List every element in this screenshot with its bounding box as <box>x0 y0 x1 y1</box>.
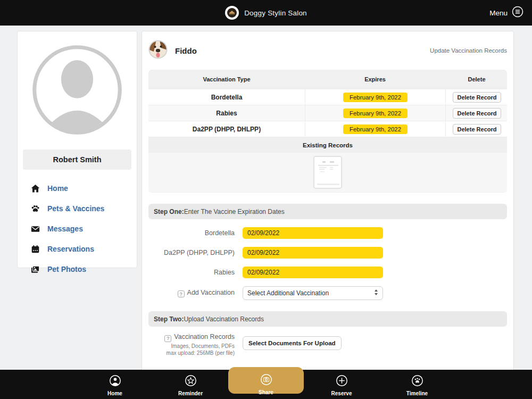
da2pp-label: Da2PP (DHPP, DHLPP) <box>148 249 235 256</box>
salon-logo-icon <box>225 6 239 20</box>
page-background: Robert Smith Home Pets & <box>0 26 532 399</box>
table-header-row: Vaccination Type Expires Delete <box>148 70 507 89</box>
topbar: Doggy Stylin Salon Menu <box>0 0 532 26</box>
delete-record-button[interactable]: Delete Record <box>453 108 502 119</box>
home-icon <box>30 184 40 193</box>
menu-button[interactable]: Menu <box>489 0 523 26</box>
pet-avatar <box>148 40 168 61</box>
add-vaccination-label: ?Add Vaccination <box>148 289 235 298</box>
user-name: Robert Smith <box>23 149 131 170</box>
bottomnav-item-reserve[interactable]: Reserve <box>304 370 379 399</box>
reserve-plus-icon <box>336 375 348 389</box>
expires-badge: February 9th, 2022 <box>343 109 408 118</box>
table-row: Da2PP (DHPP, DHLPP) February 9th, 2022 D… <box>148 121 507 137</box>
sidebar-item-label: Pet Photos <box>47 265 86 273</box>
rabies-field-row: Rabies <box>148 267 507 278</box>
user-avatar-placeholder <box>31 44 123 138</box>
add-vaccination-row: ?Add Vaccination Select Additional Vacci… <box>148 286 507 300</box>
da2pp-field-row: Da2PP (DHPP, DHLPP) <box>148 247 507 259</box>
step-two-label: Step Two: <box>154 315 184 323</box>
pet-header: Fiddo Update Vaccination Records <box>148 38 507 63</box>
vaccination-type-cell: Bordetella <box>148 89 305 105</box>
upload-hint-filetypes: Images, Documents, PDFs <box>148 343 235 349</box>
table-row: Bordetella February 9th, 2022 Delete Rec… <box>148 89 507 105</box>
pet-name: Fiddo <box>175 46 197 55</box>
timeline-paw-icon <box>411 375 423 389</box>
paw-icon <box>30 204 40 213</box>
bottomnav-label: Share <box>259 389 273 395</box>
bordetella-field-row: Bordetella <box>148 227 507 239</box>
help-icon[interactable]: ? <box>178 290 185 297</box>
step-two-heading: Step Two: Upload Vaccination Records <box>148 311 507 327</box>
bottomnav-item-reminder[interactable]: Reminder <box>153 370 228 399</box>
sidebar: Robert Smith Home Pets & <box>17 31 137 268</box>
column-header-expires: Expires <box>305 70 445 89</box>
step-two-text: Upload Vaccination Records <box>184 315 264 323</box>
topbar-brand: Doggy Stylin Salon <box>0 0 532 26</box>
hamburger-icon <box>512 6 523 20</box>
photos-icon <box>30 264 40 274</box>
main-panel: Fiddo Update Vaccination Records Vaccina… <box>142 31 514 398</box>
vaccination-table: Vaccination Type Expires Delete Bordetel… <box>148 70 507 193</box>
vaccination-records-label: Vaccination Records <box>174 333 235 340</box>
select-documents-button[interactable]: Select Documents For Upload <box>243 336 342 350</box>
delete-record-button[interactable]: Delete Record <box>453 92 502 103</box>
update-vaccination-records-link[interactable]: Update Vaccination Records <box>430 47 507 54</box>
step-one-heading: Step One: Enter The Vaccine Expiration D… <box>148 204 507 219</box>
menu-label: Menu <box>489 9 508 17</box>
upload-labels: ?Vaccination Records Images, Documents, … <box>148 333 235 356</box>
column-header-vaccination-type: Vaccination Type <box>148 70 305 89</box>
app-title: Doggy Stylin Salon <box>244 9 307 17</box>
rabies-date-input[interactable] <box>243 267 383 278</box>
calendar-icon <box>30 244 40 254</box>
vaccination-type-cell: Rabies <box>148 105 305 121</box>
existing-records-title: Existing Records <box>148 137 507 153</box>
sidebar-item-label: Pets & Vaccines <box>47 204 104 213</box>
select-stepper-icon <box>374 289 378 297</box>
existing-record-thumbnail[interactable] <box>313 156 342 189</box>
bottomnav-label: Timeline <box>406 390 428 396</box>
help-icon[interactable]: ? <box>164 335 171 342</box>
da2pp-date-input[interactable] <box>243 247 383 259</box>
sidebar-item-home[interactable]: Home <box>23 179 131 197</box>
profile-icon <box>109 375 121 389</box>
upload-hint-maxsize: max upload: 256MB (per file) <box>148 350 235 356</box>
table-row: Rabies February 9th, 2022 Delete Record <box>148 105 507 121</box>
sidebar-item-pet-photos[interactable]: Pet Photos <box>23 260 131 278</box>
reminder-star-icon <box>185 375 197 389</box>
bordetella-date-input[interactable] <box>243 227 383 239</box>
sidebar-item-label: Home <box>47 184 68 193</box>
step-one-label: Step One: <box>154 208 184 215</box>
select-value: Select Additional Vaccination <box>247 289 329 297</box>
add-vaccination-text: Add Vaccination <box>187 289 235 296</box>
delete-record-button[interactable]: Delete Record <box>453 124 502 135</box>
bottomnav-label: Reminder <box>178 390 203 396</box>
bottom-nav: Home Reminder Share <box>0 370 532 399</box>
bottomnav-item-timeline[interactable]: Timeline <box>379 370 455 399</box>
bottomnav-label: Reserve <box>331 390 352 396</box>
bottomnav-label: Home <box>107 390 122 396</box>
upload-row: ?Vaccination Records Images, Documents, … <box>148 333 507 356</box>
expires-badge: February 9th, 2022 <box>343 124 408 134</box>
expires-badge: February 9th, 2022 <box>343 93 408 102</box>
bordetella-label: Bordetella <box>148 229 235 237</box>
sidebar-item-pets-vaccines[interactable]: Pets & Vaccines <box>23 200 131 218</box>
vaccination-type-cell: Da2PP (DHPP, DHLPP) <box>148 121 305 137</box>
sidebar-item-reservations[interactable]: Reservations <box>23 240 131 258</box>
sidebar-item-messages[interactable]: Messages <box>23 220 131 238</box>
column-header-delete: Delete <box>445 70 507 89</box>
sidebar-item-label: Messages <box>47 225 83 233</box>
sidebar-nav: Home Pets & Vaccines <box>23 179 131 278</box>
step-one-text: Enter The Vaccine Expiration Dates <box>184 208 285 215</box>
existing-records-area <box>148 153 507 192</box>
additional-vaccination-select[interactable]: Select Additional Vaccination <box>243 286 383 300</box>
envelope-icon <box>30 224 40 234</box>
bottomnav-item-share[interactable]: Share <box>228 367 304 394</box>
share-camera-icon <box>260 373 272 388</box>
rabies-label: Rabies <box>148 269 235 276</box>
sidebar-item-label: Reservations <box>47 245 94 253</box>
bottomnav-item-home[interactable]: Home <box>77 370 153 399</box>
